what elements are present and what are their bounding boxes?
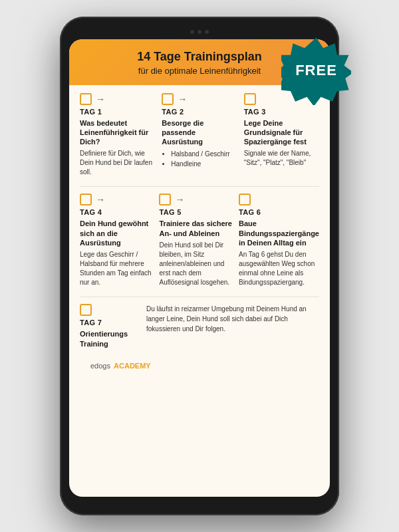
tag4-label: TAG 4 <box>80 208 152 216</box>
tag-row-1: → TAG 1 Was bedeutet Leinenführigkeit fü… <box>80 93 319 178</box>
tag4-heading: Dein Hund gewöhnt sich an die Ausrüstung <box>80 219 152 247</box>
tag1-label: TAG 1 <box>80 108 155 116</box>
footer-brand: ACADEMY <box>114 362 151 370</box>
tag7-label: TAG 7 <box>80 319 102 327</box>
tag6-body: An Tag 6 gehst Du den ausgewählten Weg s… <box>239 250 319 287</box>
tag7-heading: Orientierungs Training <box>80 329 140 348</box>
tag2-list-item-2: Handleine <box>171 159 237 169</box>
tag5-checkbox-row: → <box>159 194 231 205</box>
tag-card-3: TAG 3 Lege Deine Grundsignale für Spazie… <box>244 93 319 178</box>
tag1-heading: Was bedeutet Leinenführigkeit für Dich? <box>80 118 155 147</box>
tag1-arrow: → <box>96 94 105 104</box>
camera-dot-2 <box>198 30 201 34</box>
tag-card-1: → TAG 1 Was bedeutet Leinenführigkeit fü… <box>80 93 155 178</box>
tag3-body: Signale wie der Name, "Sitz", "Platz", "… <box>244 149 319 168</box>
content-area: → TAG 1 Was bedeutet Leinenführigkeit fü… <box>69 85 330 496</box>
tag2-checkbox[interactable] <box>162 93 174 105</box>
free-badge: FREE <box>281 35 351 105</box>
tablet-screen: 14 Tage Trainingsplan für die optimale L… <box>69 39 330 497</box>
footer-logo-text: edogs <box>90 362 110 370</box>
tag2-label: TAG 2 <box>162 108 237 116</box>
tag5-body: Dein Hund soll bei Dir bleiben, im Sitz … <box>159 241 231 287</box>
tablet-camera <box>69 30 330 34</box>
tag2-heading: Besorge die passende Ausrüstung <box>162 118 237 147</box>
tag-card-2: → TAG 2 Besorge die passende Ausrüstung … <box>162 93 237 178</box>
tag6-heading: Baue Bindungsspaziergänge in Deinen Allt… <box>239 219 319 247</box>
footer: edogs ACADEMY <box>80 358 319 374</box>
divider-1 <box>80 186 319 187</box>
tag1-checkbox-row: → <box>80 93 155 105</box>
tag-row-7: TAG 7 Orientierungs Training Du läufst i… <box>80 304 319 351</box>
tag6-label: TAG 6 <box>239 208 319 216</box>
tag3-heading: Lege Deine Grundsignale für Spaziergänge… <box>244 118 319 147</box>
tag2-list-item-1: Halsband / Geschirr <box>171 149 237 159</box>
divider-2 <box>80 297 319 297</box>
free-label: FREE <box>295 62 337 79</box>
tag1-checkbox[interactable] <box>80 93 92 105</box>
tag-card-5: → TAG 5 Trainiere das sichere An- und Ab… <box>159 194 231 287</box>
tag4-arrow: → <box>96 194 105 205</box>
tag4-body: Lege das Geschirr / Halsband für mehrere… <box>80 250 152 287</box>
tag2-checkbox-row: → <box>162 93 237 105</box>
tag7-body: Du läufst in reizarmer Umgebung mit Dein… <box>146 304 319 334</box>
tag5-checkbox[interactable] <box>159 194 171 205</box>
tag1-body: Definiere für Dich, wie Dein Hund bei Di… <box>80 149 155 177</box>
tag5-heading: Trainiere das sichere An- und Ableinen <box>159 219 231 238</box>
tag-card-6: TAG 6 Baue Bindungsspaziergänge in Deine… <box>239 194 319 287</box>
tag-card-4: → TAG 4 Dein Hund gewöhnt sich an die Au… <box>80 194 152 287</box>
tag3-checkbox[interactable] <box>244 93 256 105</box>
tag7-left: TAG 7 Orientierungs Training <box>80 304 140 351</box>
tag5-label: TAG 5 <box>159 208 231 216</box>
camera-dot-3 <box>205 30 209 34</box>
tag7-checkbox-row <box>80 304 92 316</box>
tablet-wrapper: FREE 14 Tage Trainingsplan für die optim… <box>60 17 339 515</box>
camera-dot-1 <box>190 30 194 34</box>
tag2-body: Halsband / Geschirr Handleine <box>162 149 237 169</box>
footer-logo: edogs ACADEMY <box>90 362 151 370</box>
tag6-checkbox-row <box>239 194 319 205</box>
tag4-checkbox[interactable] <box>80 194 92 205</box>
tag-row-2: → TAG 4 Dein Hund gewöhnt sich an die Au… <box>80 194 319 287</box>
tag6-checkbox[interactable] <box>239 194 251 205</box>
tag7-checkbox[interactable] <box>80 304 92 316</box>
tag4-checkbox-row: → <box>80 194 152 205</box>
tag5-arrow: → <box>175 194 184 205</box>
tag3-label: TAG 3 <box>244 108 319 116</box>
tag2-arrow: → <box>178 94 187 104</box>
